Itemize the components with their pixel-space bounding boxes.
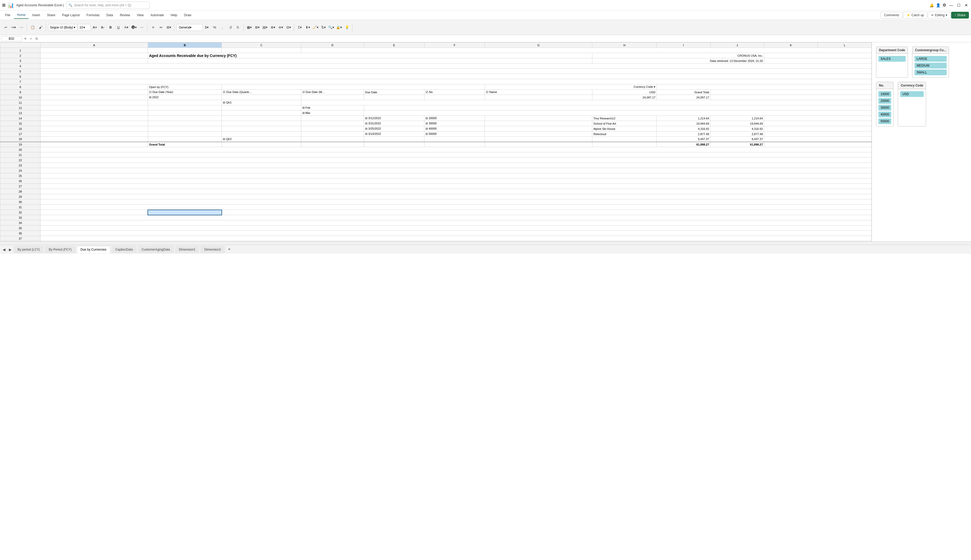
cell-data-retrieved[interactable]: Data retrieved: 13 December 2024, 21:20 [592,58,764,63]
confirm-icon[interactable]: ✓ [29,37,33,40]
sheet-tab-customer-aging[interactable]: CustomerAgingData [138,246,174,253]
cell-c12[interactable] [222,105,301,110]
cell-b12[interactable] [148,105,222,110]
cell-g14[interactable] [485,116,592,121]
cell-extra4[interactable] [710,95,871,100]
cell-gt-16[interactable]: 4,316.92 [710,126,764,132]
tab-automate[interactable]: Automate [147,12,167,18]
cell-a17[interactable] [40,132,148,137]
fill-button[interactable]: ⬇▾ [304,24,311,31]
row-header-3[interactable]: 3 [0,58,40,63]
insert-cells-button[interactable]: ⊕▾ [269,24,277,31]
comments-button[interactable]: Comments [881,12,902,18]
cell-c14[interactable] [222,116,301,121]
cell-g16[interactable] [485,126,592,132]
cell-a10[interactable] [40,95,148,100]
cell-h18[interactable] [592,137,657,142]
cell-a3[interactable] [40,58,148,63]
cell-b13[interactable] [148,110,222,116]
row-header-37[interactable]: 37 [0,236,40,241]
windows-grid-icon[interactable]: ⊞ [2,3,5,8]
cell-a2[interactable] [40,53,148,58]
tab-view[interactable]: View [134,12,147,18]
sheet-tab-by-period-lcy[interactable]: By period (LCY) [13,246,43,253]
col-header-j[interactable]: J [710,43,764,48]
row-header-24[interactable]: 24 [0,168,40,173]
row-header-15[interactable]: 15 [0,121,40,126]
cell-year-2022[interactable]: ⊟ 2022 [148,95,222,100]
col-header-i[interactable]: I [657,43,710,48]
sort-filter-button[interactable]: ⇅▾ [320,24,327,31]
paste-button[interactable]: 📋 [29,24,36,31]
row-header-29[interactable]: 29 [0,194,40,199]
no-40000-item[interactable]: 40000 [878,112,891,117]
currency-button[interactable]: $▾ [203,24,211,31]
merge-cells-button[interactable]: ⊞▾ [165,24,172,31]
cell-name-box[interactable] [1,36,22,41]
row-header-23[interactable]: 23 [0,163,40,168]
tab-page-layout[interactable]: Page Layout [59,12,83,18]
percent-button[interactable]: % [211,24,218,31]
row-header-28[interactable]: 28 [0,189,40,194]
tab-share[interactable]: Share [43,12,58,18]
cell-b32-selected[interactable] [148,210,222,215]
maximize-icon[interactable]: ☐ [956,2,962,8]
comma-button[interactable]: , [219,24,226,31]
cell-usd-15[interactable]: 19,944.69 [657,121,710,126]
tab-help[interactable]: Help [168,12,180,18]
cell-a13[interactable] [40,110,148,116]
cell-i10[interactable]: 24,097.17 [657,95,710,100]
cell-date-16[interactable]: ⊟ 3/25/2022 [364,126,424,132]
cell-a32[interactable] [40,210,148,215]
cell-b6[interactable] [40,74,872,79]
increase-font-button[interactable]: A+ [91,24,99,31]
cell-i8[interactable] [657,84,872,90]
row-header-36[interactable]: 36 [0,231,40,236]
cell-no-15[interactable]: ⊟ 30000 [424,121,485,126]
cell-c19[interactable] [222,142,301,147]
close-icon[interactable]: ✕ [964,2,969,8]
col-due-date-quarter[interactable]: ☑ Due Date (Quarte... [222,90,301,95]
cell-extra7[interactable] [364,110,871,116]
more-options-button[interactable]: ⋯ [138,24,145,31]
row-header-1[interactable]: 1 [0,48,40,53]
cell-a9[interactable] [40,90,148,95]
cell-usd-grand[interactable]: 61,898.27 [657,142,710,147]
cell-h10[interactable]: 24,097.17 [592,95,657,100]
cell-c16[interactable] [222,126,301,132]
add-sheet-button[interactable]: + [226,246,233,253]
cell-gt-17[interactable]: 2,877.48 [710,132,764,137]
row-header-8[interactable]: 8 [0,84,40,90]
cell-b14[interactable] [148,116,222,121]
cell-extra13[interactable] [764,142,872,147]
row-header-20[interactable]: 20 [0,147,40,152]
col-header-h[interactable]: H [592,43,657,48]
undo-button[interactable]: ↩ [2,24,9,31]
cell-extra10[interactable] [764,126,872,132]
col-due-date-month[interactable]: ☑ Due Date (M... [301,90,364,95]
cg-large-item[interactable]: LARGE [914,56,947,62]
cell-b11[interactable] [148,100,222,105]
row-header-5[interactable]: 5 [0,69,40,74]
cell-extra12[interactable] [764,137,872,142]
cell-a18[interactable] [40,137,148,142]
row-header-26[interactable]: 26 [0,178,40,184]
cell-b15[interactable] [148,121,222,126]
col-usd[interactable]: USD [592,90,657,95]
cell-a11[interactable] [40,100,148,105]
col-header-b[interactable]: B [148,43,222,48]
sheet-tab-by-period-fcy[interactable]: By Period (FCY) [45,246,75,253]
no-20000-item[interactable]: 20000 [878,98,891,104]
cell-c8[interactable] [222,84,485,90]
row-header-6[interactable]: 6 [0,74,40,79]
cell-name-16[interactable]: Alpine Ski House [592,126,657,132]
table-row[interactable]: 15 ⊟ 3/31/2022 ⊟ 30000 School of Fine Ar… [0,121,872,126]
cell-c10[interactable] [222,95,301,100]
col-header-f[interactable]: F [424,43,485,48]
format-cells-button[interactable]: ⊟▾ [285,24,292,31]
table-row[interactable]: 11 ⊟ Qtr1 [0,100,872,105]
table-row[interactable]: 18 ⊟ Qtr2 9,447.37 9,447.37 [0,137,872,142]
col-header-k[interactable]: K [764,43,818,48]
col-header-l[interactable]: L [818,43,872,48]
notification-icon[interactable]: 🔔 [929,3,934,7]
